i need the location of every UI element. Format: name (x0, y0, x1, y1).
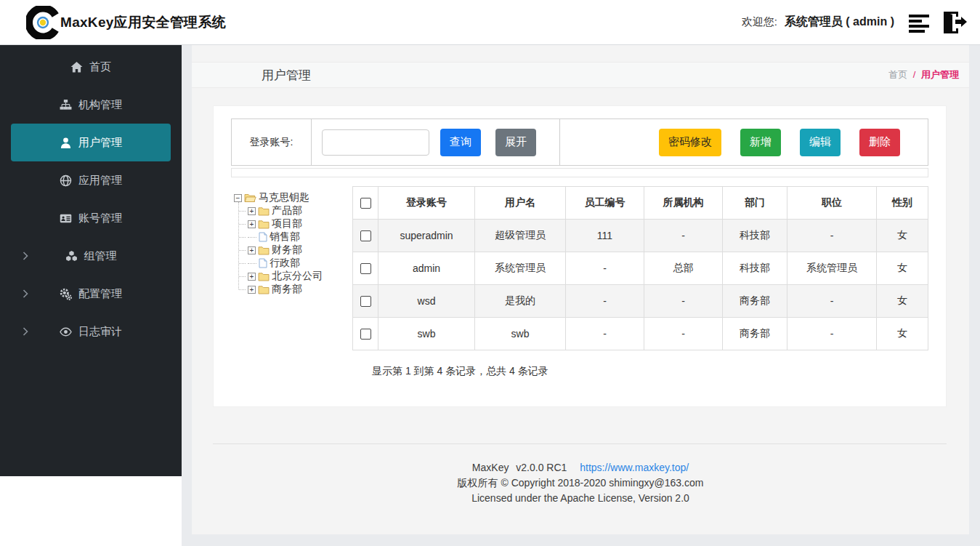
cell: 商务部 (723, 285, 787, 318)
table-row[interactable]: admin 系统管理员 - 总部 科技部 系统管理员 女 (353, 252, 928, 285)
row-checkbox[interactable] (360, 296, 371, 307)
footer-product: MaxKey (472, 462, 509, 473)
users-table: 登录账号 用户名 员工编号 所属机构 部门 职位 性别 (352, 186, 928, 350)
cell: - (787, 318, 877, 350)
chevron-right-icon (23, 289, 28, 299)
sidebar-item-apps[interactable]: 应用管理 (11, 161, 171, 199)
sidebar-item-label: 组管理 (84, 249, 117, 263)
search-toolbar: 登录账号: 查询 展开 密码修改 新增 编辑 删除 (231, 119, 928, 166)
breadcrumb-home-link[interactable]: 首页 (888, 69, 907, 80)
expand-icon[interactable] (248, 207, 256, 215)
cell: superadmin (378, 220, 475, 252)
sidebar-item-label: 配置管理 (78, 287, 122, 301)
cell: swb (475, 318, 566, 350)
tree-node[interactable]: 销售部 (246, 230, 352, 244)
cell: 是我的 (475, 285, 566, 318)
org-tree: 马克思钥匙 产品部 (231, 186, 352, 350)
cell: 科技部 (723, 220, 787, 252)
tree-node-root[interactable]: 马克思钥匙 (234, 191, 352, 204)
sidebar-item-org[interactable]: 机构管理 (11, 86, 171, 124)
cell: - (644, 285, 723, 318)
footer-link[interactable]: https://www.maxkey.top/ (580, 462, 689, 473)
chevron-right-icon (23, 327, 28, 337)
logout-icon[interactable] (938, 9, 970, 36)
app-title: MaxKey应用安全管理系统 (60, 13, 226, 32)
sidebar-item-home[interactable]: 首页 (11, 48, 171, 86)
delete-button[interactable]: 删除 (859, 129, 900, 156)
row-checkbox[interactable] (360, 263, 371, 274)
cell: - (787, 220, 877, 252)
folder-icon (258, 285, 270, 294)
cell: 超级管理员 (475, 220, 566, 252)
tree-node-label: 销售部 (270, 230, 300, 244)
tree-node[interactable]: 产品部 (246, 204, 352, 217)
tree-node-label: 商务部 (272, 283, 302, 296)
sidebar-item-audit[interactable]: 日志审计 (11, 313, 171, 350)
content-container: 用户管理 首页 / 用户管理 登录账号: 查询 展开 密码修改 新增 编辑 删除 (192, 45, 969, 534)
table-row[interactable]: wsd 是我的 - - 商务部 - 女 (353, 285, 928, 318)
cubes-icon (65, 250, 78, 262)
sidebar-item-config[interactable]: 配置管理 (11, 275, 171, 313)
tree-node[interactable]: 北京分公司 (246, 270, 352, 283)
sidebar-item-label: 日志审计 (78, 325, 122, 339)
tree-node-label: 财务部 (272, 244, 302, 257)
table-row[interactable]: superadmin 超级管理员 111 - 科技部 - 女 (353, 220, 928, 252)
footer-copyright: 版权所有 © Copyright 2018-2020 shimingxy@163… (192, 475, 969, 491)
cell: 科技部 (723, 252, 787, 285)
folder-icon (258, 272, 270, 281)
menu-list-icon[interactable] (906, 11, 934, 34)
collapse-icon[interactable] (234, 194, 242, 202)
sidebar-item-label: 用户管理 (78, 136, 122, 150)
add-button[interactable]: 新增 (740, 129, 781, 156)
change-password-button[interactable]: 密码修改 (659, 129, 721, 156)
tree-node[interactable]: 财务部 (246, 244, 352, 257)
expand-icon[interactable] (248, 273, 256, 281)
idcard-icon (60, 212, 72, 225)
row-checkbox[interactable] (360, 329, 371, 340)
cell: 111 (566, 220, 644, 252)
doc-icon (259, 232, 267, 242)
cell: - (566, 285, 644, 318)
cell: admin (378, 252, 475, 285)
user-icon (60, 137, 72, 149)
cell: swb (378, 318, 475, 350)
edit-button[interactable]: 编辑 (800, 129, 841, 156)
cell: - (566, 318, 644, 350)
sidebar-item-label: 应用管理 (78, 174, 122, 188)
sidebar-item-label: 首页 (89, 60, 111, 74)
cell: 商务部 (723, 318, 787, 350)
tree-node-label: 项目部 (272, 217, 302, 230)
tree-node[interactable]: 行政部 (246, 257, 352, 270)
cell: - (644, 220, 723, 252)
brand: MaxKey应用安全管理系统 (26, 6, 226, 39)
sidebar-item-users[interactable]: 用户管理 (11, 124, 171, 161)
login-account-input[interactable] (322, 129, 429, 156)
expand-button[interactable]: 展开 (495, 129, 536, 156)
row-checkbox[interactable] (360, 230, 371, 241)
sidebar: 首页 机构管理 用户管理 应用管理 (0, 45, 182, 476)
toolbar-divider (559, 119, 560, 165)
sidebar-item-groups[interactable]: 组管理 (11, 237, 171, 275)
expand-icon[interactable] (248, 286, 256, 294)
table-row[interactable]: swb swb - - 商务部 - 女 (353, 318, 928, 350)
folder-icon (258, 220, 270, 229)
expand-icon[interactable] (248, 220, 256, 228)
tree-node[interactable]: 项目部 (246, 217, 352, 230)
tree-node-label: 北京分公司 (272, 270, 323, 283)
cell: 女 (877, 252, 928, 285)
query-button[interactable]: 查询 (440, 129, 481, 156)
tree-node-label: 产品部 (272, 204, 302, 217)
tree-node[interactable]: 商务部 (246, 283, 352, 296)
doc-icon (259, 258, 267, 268)
sidebar-item-accounts[interactable]: 账号管理 (11, 199, 171, 237)
page-title: 用户管理 (262, 67, 311, 84)
select-all-checkbox[interactable] (360, 198, 371, 209)
footer-divider (213, 443, 947, 444)
sidebar-item-label: 账号管理 (78, 212, 122, 225)
sitemap-icon (60, 99, 72, 111)
maxkey-logo-icon (26, 6, 60, 39)
cell: - (644, 318, 723, 350)
column-header: 部门 (723, 187, 787, 220)
expand-icon[interactable] (248, 246, 256, 254)
folder-icon (258, 246, 270, 255)
